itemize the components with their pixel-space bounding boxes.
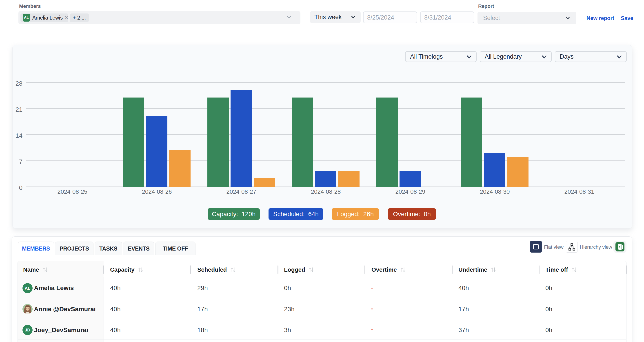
svg-text:X: X (618, 245, 621, 249)
